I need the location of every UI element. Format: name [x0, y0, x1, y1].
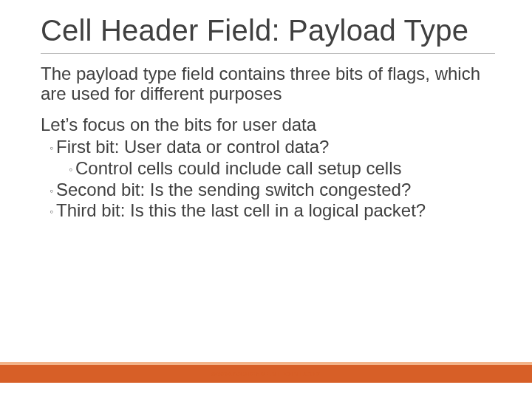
bullet-marker-icon: ◦: [50, 205, 56, 217]
bullet-text: First bit: User data or control data?: [56, 137, 330, 157]
bullet-first-bit: ◦First bit: User data or control data?: [41, 137, 491, 158]
intro-paragraph: The payload type field contains three bi…: [41, 64, 491, 104]
slide-title: Cell Header Field: Payload Type: [0, 0, 532, 50]
bullet-text: Second bit: Is the sending switch conges…: [56, 180, 411, 200]
bullet-marker-icon: ◦: [50, 185, 56, 197]
lead-line: Let’s focus on the bits for user data: [41, 115, 491, 135]
bullet-text: Control cells could include call setup c…: [75, 158, 402, 178]
slide-body: The payload type field contains three bi…: [0, 54, 532, 222]
slide: Cell Header Field: Payload Type The payl…: [0, 0, 532, 399]
bullet-text: Third bit: Is this the last cell in a lo…: [56, 200, 426, 220]
footer-link-text: WWW.ASSIGNMENTPOINT.COM: [211, 370, 321, 378]
footer-link[interactable]: WWW.ASSIGNMENTPOINT.COM: [0, 370, 532, 399]
subbullet-control-cells: ◦Control cells could include call setup …: [41, 158, 491, 180]
bullet-second-bit: ◦Second bit: Is the sending switch conge…: [41, 180, 491, 201]
bullet-marker-icon: ◦: [50, 142, 56, 154]
bullet-third-bit: ◦Third bit: Is this the last cell in a l…: [41, 200, 491, 222]
bullet-marker-icon: ◦: [69, 163, 75, 175]
